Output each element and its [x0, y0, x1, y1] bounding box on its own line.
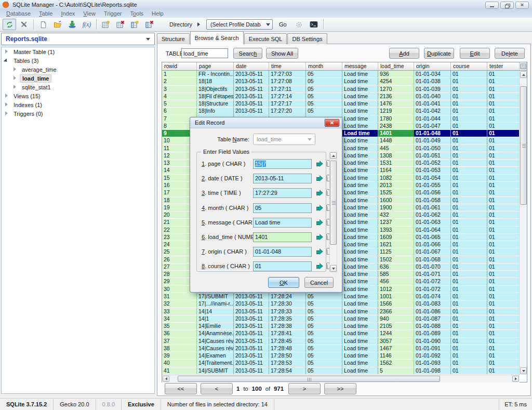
field-input[interactable]: 05: [253, 203, 312, 213]
cancel-button[interactable]: Cancel: [304, 277, 334, 288]
tree-item-tables-3-[interactable]: Tables (3): [2, 56, 154, 65]
edit-button[interactable]: Edit: [460, 48, 490, 59]
table-row[interactable]: 3714|Causes rév...2013-05-1117:28:4505Lo…: [162, 338, 520, 345]
drop-table-button[interactable]: [114, 19, 127, 30]
tree-item-master-table-1-[interactable]: Master Table (1): [2, 47, 154, 56]
table-name-input[interactable]: [181, 48, 228, 58]
tree-item-load_time[interactable]: load_time: [2, 74, 154, 83]
delete-button[interactable]: Delete: [495, 48, 525, 59]
column-header-course[interactable]: course: [451, 62, 487, 70]
refresh-button[interactable]: [3, 19, 16, 30]
menu-item[interactable]: Database: [2, 10, 35, 17]
insert-arrow-icon[interactable]: [316, 161, 324, 167]
drop-index-button[interactable]: [143, 19, 156, 30]
insert-arrow-icon[interactable]: [316, 205, 324, 211]
column-header-date[interactable]: date: [234, 62, 269, 70]
twisty-icon[interactable]: [5, 94, 9, 98]
scroll-down-button[interactable]: [520, 367, 527, 374]
field-input[interactable]: 01: [253, 261, 312, 271]
tab-structure[interactable]: Structure: [157, 33, 190, 44]
directory-label[interactable]: Directory: [169, 21, 192, 28]
vertical-scroll-thumb[interactable]: [520, 86, 527, 205]
field-input[interactable]: 15|7: [253, 159, 312, 169]
tools-button[interactable]: [17, 19, 31, 30]
table-row[interactable]: 3914|Examen2013-05-1117:28:5005Load time…: [162, 352, 520, 360]
insert-arrow-icon[interactable]: [316, 234, 324, 241]
add-button[interactable]: Add: [389, 48, 419, 59]
twisty-icon[interactable]: [5, 58, 9, 63]
show-all-button[interactable]: Show All: [266, 48, 298, 59]
directory-flyout-icon[interactable]: [197, 22, 200, 27]
column-header-load_time[interactable]: load_time: [378, 62, 414, 70]
console-button[interactable]: [307, 19, 321, 30]
create-index-button[interactable]: [128, 19, 142, 30]
restore-button[interactable]: [500, 2, 514, 9]
column-picker-icon[interactable]: [520, 62, 527, 70]
vertical-scrollbar[interactable]: [519, 71, 527, 375]
field-input[interactable]: 2013-05-11: [253, 174, 312, 183]
twisty-icon[interactable]: [13, 76, 18, 81]
scroll-right-button[interactable]: [512, 376, 519, 382]
field-input[interactable]: 17:27:29: [253, 188, 312, 198]
tab-execute-sql[interactable]: Execute SQL: [244, 33, 287, 44]
tree-item-sqlite_stat1[interactable]: sqlite_stat1: [2, 83, 154, 91]
twisty-icon[interactable]: [5, 102, 9, 107]
twisty-icon[interactable]: [13, 85, 18, 89]
table-row[interactable]: 3117|/SUBMIT2013-05-1117:28:2405Load tim…: [162, 293, 520, 300]
column-header-rowid[interactable]: rowid: [162, 62, 197, 70]
ok-button[interactable]: OK: [268, 277, 299, 288]
field-input[interactable]: 1401: [253, 232, 312, 242]
column-header-origin[interactable]: origin: [414, 62, 451, 70]
import-button[interactable]: [65, 19, 79, 30]
scroll-left-button[interactable]: [163, 376, 169, 382]
previous-page-button[interactable]: <: [201, 383, 233, 394]
search-button[interactable]: Search: [233, 48, 262, 59]
close-button[interactable]: ×: [515, 2, 529, 9]
open-database-button[interactable]: [51, 19, 64, 30]
new-database-button[interactable]: [36, 19, 50, 30]
twisty-icon[interactable]: [13, 67, 18, 72]
duplicate-button[interactable]: Duplicate: [424, 48, 454, 59]
table-row[interactable]: 3814|Causes rév...2013-05-1117:28:4805Lo…: [162, 345, 520, 352]
profile-database-select[interactable]: (Select Profile Database): [206, 19, 273, 30]
table-row[interactable]: 3314|142013-05-1117:28:3305Load time2366…: [162, 308, 520, 315]
table-row[interactable]: 418|Fil d'étapes2013-05-1117:27:1405Load…: [162, 93, 520, 100]
menu-item[interactable]: Tools: [126, 10, 148, 17]
scroll-up-button[interactable]: [520, 71, 527, 78]
menu-item[interactable]: Table: [35, 10, 57, 17]
table-row[interactable]: 1FR - Incontin...2013-05-1117:27:0305Loa…: [162, 71, 520, 78]
database-select[interactable]: Reports.sqlite: [1, 33, 155, 45]
insert-arrow-icon[interactable]: [316, 190, 324, 196]
insert-arrow-icon[interactable]: [316, 263, 324, 270]
functions-button[interactable]: f(x): [80, 19, 94, 30]
tree-item-triggers-0-[interactable]: Triggers (0): [2, 109, 154, 118]
table-row[interactable]: 318|Objectifs2013-05-1117:27:1105Load ti…: [162, 86, 520, 93]
field-input[interactable]: 01-01-048: [253, 247, 312, 257]
table-row[interactable]: 3414|12013-05-1117:28:3505Load time94001…: [162, 315, 520, 323]
settings-button[interactable]: [292, 19, 306, 30]
table-row[interactable]: 518|Structure2013-05-1117:27:1705Load ti…: [162, 100, 520, 108]
tab-browse-search[interactable]: Browse & Search: [190, 31, 244, 44]
insert-arrow-icon[interactable]: [316, 219, 324, 226]
tab-db-settings[interactable]: DB Settings: [287, 33, 327, 44]
scroll-down-button[interactable]: [330, 265, 337, 272]
insert-arrow-icon[interactable]: [316, 248, 324, 255]
dialog-scroll-thumb[interactable]: [330, 161, 337, 245]
scroll-up-button[interactable]: [330, 152, 337, 159]
column-header-message[interactable]: message: [342, 62, 378, 70]
table-row[interactable]: 3614|Anamnèse...2013-05-1117:28:4105Load…: [162, 330, 520, 337]
go-button[interactable]: Go: [279, 21, 287, 28]
first-page-button[interactable]: <<: [165, 383, 197, 394]
menu-item[interactable]: View: [79, 10, 100, 17]
column-header-page[interactable]: page: [197, 62, 234, 70]
menu-item[interactable]: Index: [57, 10, 79, 17]
dialog-scrollbar[interactable]: [329, 152, 337, 272]
table-row[interactable]: 4114|/SUBMIT2013-05-1117:28:5405Load tim…: [162, 367, 520, 375]
insert-arrow-icon[interactable]: [316, 175, 324, 182]
menu-item[interactable]: Trigger: [100, 10, 126, 17]
column-header-time[interactable]: time: [269, 62, 306, 70]
field-input[interactable]: Load time: [253, 218, 312, 228]
table-row[interactable]: 3514|Emilie2013-05-1117:28:3805Load time…: [162, 323, 520, 330]
table-row[interactable]: 4014|Traitement...2013-05-1117:28:5305Lo…: [162, 360, 520, 367]
twisty-icon[interactable]: [5, 49, 9, 54]
